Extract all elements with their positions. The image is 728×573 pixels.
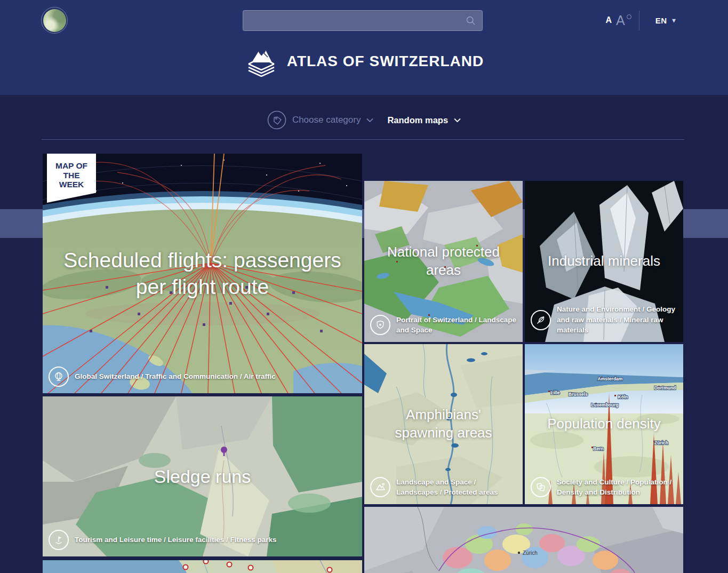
map-label: Lille [550,390,559,395]
search-bar [243,10,483,31]
card-category-label: Tourism and Leisure time / Leisure facil… [75,535,277,545]
mountain-icon [370,477,390,497]
badge-line: MAP OF [47,161,96,171]
map-card-partial-bottom-left[interactable] [43,560,362,573]
random-maps-label: Random maps [387,115,448,125]
map-label: Zürich [523,550,538,556]
globe-texture-icon [43,9,66,32]
badge-line: WEEK [47,180,96,189]
map-label: Brussels [569,392,588,397]
shield-icon [370,315,390,335]
card-category-label: Landscape and Space / Landscapes / Prote… [396,477,518,498]
font-size-normal-button[interactable]: A [604,15,613,25]
map-label: Köln [618,394,628,400]
card-category: Landscape and Space / Landscapes / Prote… [370,477,518,498]
search-icon[interactable] [465,15,476,26]
site-title: ATLAS OF SWITZERLAND [287,53,484,70]
leaf-icon [531,310,551,330]
map-label: Luxembourg [591,402,618,408]
card-category: Portrait of Switzerland / Landscape and … [370,315,518,336]
search-input[interactable] [243,11,465,30]
language-label: EN [655,16,667,25]
site-logo[interactable] [41,7,68,34]
random-maps-dropdown[interactable]: Random maps [387,115,461,125]
card-category: Global Switzerland / Traffic and Communi… [49,367,358,387]
map-card-national-protected-areas[interactable]: National protected areas Portrait of Swi… [364,181,523,342]
tag-icon [267,110,286,130]
card-category-label: Society and Culture / Population / Densi… [557,477,679,498]
map-label: Amsterdam [598,376,623,381]
header-divider [639,11,639,30]
header: A A EN ▾ ATL [0,0,728,95]
content-divider [42,139,684,140]
choose-category-dropdown[interactable]: Choose category [267,110,374,130]
font-size-large-label: A [616,13,625,28]
masks-icon [531,477,551,497]
chevron-down-icon [366,118,373,123]
map-card-population-density[interactable]: Lille Brussels Amsterdam Luxembourg Köln… [525,344,683,504]
municipalities-map-image: Zürich [364,507,683,573]
card-category: Tourism and Leisure time / Leisure facil… [49,530,358,550]
font-zoom-circle-icon [627,14,631,19]
map-label: Zürich [654,440,668,445]
map-card-scheduled-flights[interactable]: MAP OF THE WEEK Scheduled flights: passe… [43,154,362,393]
card-category-label: Portrait of Switzerland / Landscape and … [396,315,518,336]
map-card-amphibians-spawning-areas[interactable]: Amphibians' spawning areas Landscape and… [364,344,523,504]
card-category: Society and Culture / Population / Densi… [531,477,679,498]
atlas-logo-icon [244,46,278,77]
map-card-sledge-runs[interactable]: Sledge runs Tourism and Leisure time / L… [43,396,362,556]
caret-down-icon: ▾ [672,17,676,23]
map-card-partial-bottom-right[interactable]: Zürich [364,507,683,573]
choose-category-label: Choose category [292,115,361,125]
globe-icon [49,367,69,387]
category-nav: Choose category Random maps [0,105,728,136]
badge-line: THE [47,171,96,180]
header-controls: A A EN ▾ [604,9,679,32]
flag-icon [49,530,69,550]
brand: ATLAS OF SWITZERLAND [0,46,728,77]
chevron-down-icon [454,118,461,123]
language-selector[interactable]: EN ▾ [652,15,679,26]
partial-map-image [43,560,362,573]
font-size-large-button[interactable]: A [613,13,634,28]
map-label: Dortmund [654,385,676,391]
card-category-label: Nature and Environment / Geology and raw… [557,304,679,336]
map-grid: MAP OF THE WEEK Scheduled flights: passe… [43,154,683,573]
map-label: Bern [593,446,603,451]
card-category: Nature and Environment / Geology and raw… [531,304,679,336]
card-category-label: Global Switzerland / Traffic and Communi… [75,371,276,382]
map-card-industrial-minerals[interactable]: Industrial minerals Nature and Environme… [525,181,683,342]
